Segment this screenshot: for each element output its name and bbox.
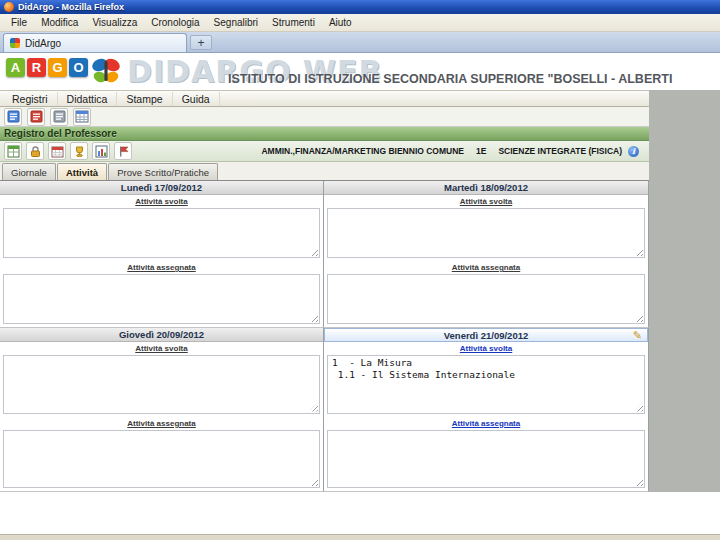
- attivita-assegnata-input[interactable]: [3, 430, 320, 489]
- lock-icon[interactable]: [26, 142, 44, 160]
- page-gutter: [649, 90, 720, 492]
- firefox-window: DidArgo - Mozilla Firefox File Modifica …: [0, 0, 720, 540]
- entry-text: [328, 209, 644, 211]
- resize-grip-icon[interactable]: [309, 477, 318, 486]
- blue-register-icon[interactable]: [4, 108, 22, 126]
- register-view-tabs: Giornale Attività Prove Scritto/Pratiche: [0, 162, 649, 181]
- menu-segnalibri[interactable]: Segnalibri: [207, 15, 265, 30]
- menu-didattica[interactable]: Didattica: [58, 92, 118, 106]
- butterfly-logo-icon: [90, 55, 122, 90]
- chart-icon[interactable]: [92, 142, 110, 160]
- argo-logo: A R G O: [6, 58, 88, 77]
- argo-letter-g: G: [48, 58, 67, 77]
- day-cell-martedi: Martedì 18/09/2012 Attività svolta Attiv…: [324, 181, 649, 328]
- section-title: Registro del Professore: [4, 128, 117, 139]
- attivita-assegnata-label[interactable]: Attività assegnata: [0, 417, 323, 430]
- attivita-assegnata-label[interactable]: Attività assegnata: [0, 261, 323, 274]
- class-code: 1E: [476, 146, 486, 156]
- cup-icon[interactable]: [70, 142, 88, 160]
- day-header[interactable]: Lunedì 17/09/2012: [0, 181, 323, 195]
- resize-grip-icon[interactable]: [309, 247, 318, 256]
- menu-visualizza[interactable]: Visualizza: [85, 15, 144, 30]
- didargo-banner: DIDARGO WEB A R G O ISTITUTO DI ISTRUZIO…: [0, 53, 720, 90]
- school-name: ISTITUTO DI ISTRUZIONE SECONDARIA SUPERI…: [228, 72, 672, 86]
- flag-icon[interactable]: [114, 142, 132, 160]
- day-cell-giovedi: Giovedì 20/09/2012 Attività svolta Attiv…: [0, 328, 324, 492]
- day-cell-lunedi: Lunedì 17/09/2012 Attività svolta Attivi…: [0, 181, 324, 328]
- tab-prove-scritto-pratiche[interactable]: Prove Scritto/Pratiche: [108, 163, 218, 180]
- green-grid-icon[interactable]: [4, 142, 22, 160]
- attivita-svolta-input[interactable]: [3, 355, 320, 414]
- resize-grip-icon[interactable]: [309, 313, 318, 322]
- menu-registri[interactable]: Registri: [3, 92, 58, 106]
- browser-tab-didargo[interactable]: DidArgo: [3, 33, 187, 52]
- week-grid: Lunedì 17/09/2012 Attività svolta Attivi…: [0, 181, 649, 492]
- attivita-assegnata-input[interactable]: [3, 274, 320, 324]
- attivita-assegnata-label[interactable]: Attività assegnata: [324, 417, 648, 430]
- firefox-icon: [4, 2, 14, 12]
- menu-stampe[interactable]: Stampe: [117, 92, 172, 106]
- class-subject: SCIENZE INTEGRATE (FISICA): [498, 146, 622, 156]
- table-icon[interactable]: [73, 108, 91, 126]
- attivita-svolta-label[interactable]: Attività svolta: [0, 342, 323, 355]
- window-titlebar[interactable]: DidArgo - Mozilla Firefox: [0, 0, 720, 14]
- argo-letter-o: O: [69, 58, 88, 77]
- browser-tab-label: DidArgo: [25, 38, 61, 49]
- attivita-assegnata-input[interactable]: [327, 430, 645, 489]
- didargo-menubar: Registri Didattica Stampe Guida: [0, 90, 649, 107]
- entry-text: [4, 356, 319, 358]
- day-header[interactable]: Venerdì 21/09/2012 ✎: [324, 328, 648, 342]
- day-title: Martedì 18/09/2012: [444, 182, 528, 193]
- entry-text: [4, 209, 319, 211]
- argo-letter-r: R: [27, 58, 46, 77]
- entry-text: [328, 275, 644, 277]
- browser-menubar: File Modifica Visualizza Cronologia Segn…: [0, 14, 720, 32]
- menu-file[interactable]: File: [4, 15, 34, 30]
- registri-toolbar: [0, 107, 649, 127]
- info-icon[interactable]: i: [628, 146, 639, 157]
- menu-cronologia[interactable]: Cronologia: [144, 15, 206, 30]
- entry-text: 1 - La Misura 1.1 - Il Sistema Internazi…: [328, 356, 644, 383]
- attivita-svolta-label[interactable]: Attività svolta: [0, 195, 323, 208]
- class-info: AMMIN.,FINANZA/MARKETING BIENNIO COMUNE …: [261, 146, 622, 156]
- calendar-icon[interactable]: [48, 142, 66, 160]
- resize-grip-icon[interactable]: [634, 477, 643, 486]
- register-toolbar: AMMIN.,FINANZA/MARKETING BIENNIO COMUNE …: [0, 141, 649, 162]
- resize-grip-icon[interactable]: [634, 247, 643, 256]
- menu-modifica[interactable]: Modifica: [34, 15, 85, 30]
- attivita-svolta-label[interactable]: Attività svolta: [324, 342, 648, 355]
- resize-grip-icon[interactable]: [309, 403, 318, 412]
- day-title: Giovedì 20/09/2012: [119, 329, 204, 340]
- new-tab-button[interactable]: +: [190, 35, 212, 50]
- attivita-assegnata-label[interactable]: Attività assegnata: [324, 261, 648, 274]
- resize-grip-icon[interactable]: [634, 313, 643, 322]
- day-title: Venerdì 21/09/2012: [444, 330, 529, 341]
- attivita-svolta-label[interactable]: Attività svolta: [324, 195, 648, 208]
- day-title: Lunedì 17/09/2012: [121, 182, 202, 193]
- entry-text: [4, 275, 319, 277]
- menu-strumenti[interactable]: Strumenti: [265, 15, 322, 30]
- window-title: DidArgo - Mozilla Firefox: [18, 2, 124, 12]
- attivita-svolta-input[interactable]: 1 - La Misura 1.1 - Il Sistema Internazi…: [327, 355, 645, 414]
- resize-grip-icon[interactable]: [634, 403, 643, 412]
- entry-text: [4, 431, 319, 433]
- tab-attivita[interactable]: Attività: [57, 163, 107, 180]
- red-register-icon[interactable]: [27, 108, 45, 126]
- class-course: AMMIN.,FINANZA/MARKETING BIENNIO COMUNE: [261, 146, 464, 156]
- argo-letter-a: A: [6, 58, 25, 77]
- attivita-assegnata-input[interactable]: [327, 274, 645, 324]
- section-header: Registro del Professore: [0, 127, 649, 141]
- day-header[interactable]: Martedì 18/09/2012: [324, 181, 648, 195]
- menu-guida[interactable]: Guida: [173, 92, 220, 106]
- attivita-svolta-input[interactable]: [327, 208, 645, 258]
- entry-text: [328, 431, 644, 433]
- day-cell-venerdi: Venerdì 21/09/2012 ✎ Attività svolta 1 -…: [324, 328, 649, 492]
- gray-register-icon[interactable]: [50, 108, 68, 126]
- menu-aiuto[interactable]: Aiuto: [322, 15, 359, 30]
- tab-giornale[interactable]: Giornale: [2, 163, 56, 180]
- edit-pencil-icon[interactable]: ✎: [633, 329, 642, 342]
- browser-tabbar: DidArgo +: [0, 32, 720, 53]
- attivita-svolta-input[interactable]: [3, 208, 320, 258]
- window-bottom-edge: [0, 534, 720, 540]
- day-header[interactable]: Giovedì 20/09/2012: [0, 328, 323, 342]
